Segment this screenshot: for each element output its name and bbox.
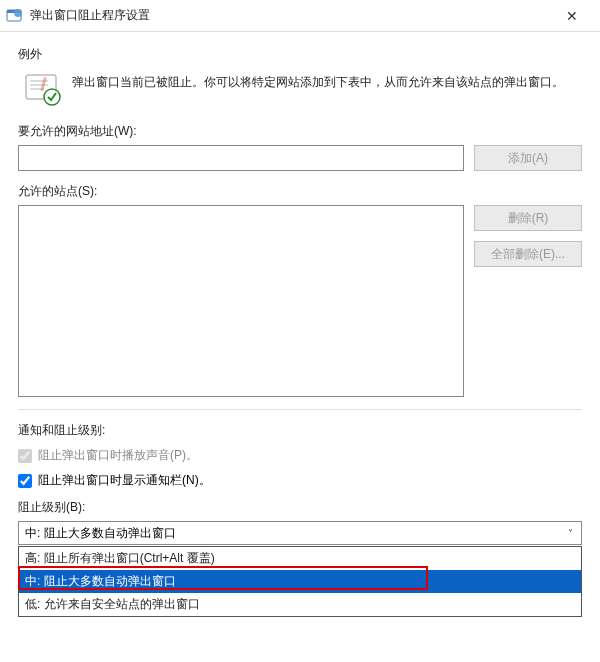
svg-point-2 — [14, 9, 22, 17]
block-level-label: 阻止级别(B): — [18, 499, 582, 516]
allowed-sites-row: 删除(R) 全部删除(E)... — [18, 205, 582, 397]
block-level-selected-value: 中: 阻止大多数自动弹出窗口 — [25, 525, 176, 542]
add-button[interactable]: 添加(A) — [474, 145, 582, 171]
block-level-dropdown: 高: 阻止所有弹出窗口(Ctrl+Alt 覆盖) 中: 阻止大多数自动弹出窗口 … — [18, 546, 582, 617]
block-level-field: 阻止级别(B): 中: 阻止大多数自动弹出窗口 高: 阻止所有弹出窗口(Ctrl… — [18, 499, 582, 617]
checkbox-play-sound-input[interactable] — [18, 449, 32, 463]
allowed-sites-listbox[interactable] — [18, 205, 464, 397]
titlebar: 弹出窗口阻止程序设置 ✕ — [0, 0, 600, 32]
dropdown-option-low[interactable]: 低: 允许来自安全站点的弹出窗口 — [19, 593, 581, 616]
close-button[interactable]: ✕ — [552, 2, 592, 30]
section-divider — [18, 409, 582, 410]
checkbox-show-notify-input[interactable] — [18, 474, 32, 488]
remove-all-button[interactable]: 全部删除(E)... — [474, 241, 582, 267]
dropdown-option-high[interactable]: 高: 阻止所有弹出窗口(Ctrl+Alt 覆盖) — [19, 547, 581, 570]
block-level-combobox[interactable]: 中: 阻止大多数自动弹出窗口 — [18, 521, 582, 545]
remove-button[interactable]: 删除(R) — [474, 205, 582, 231]
checkbox-play-sound[interactable]: 阻止弹出窗口时播放声音(P)。 — [18, 447, 582, 464]
info-icon — [24, 71, 62, 109]
address-row: 添加(A) — [18, 145, 582, 171]
checkbox-show-notify[interactable]: 阻止弹出窗口时显示通知栏(N)。 — [18, 472, 582, 489]
info-text: 弹出窗口当前已被阻止。你可以将特定网站添加到下表中，从而允许来自该站点的弹出窗口… — [72, 71, 564, 109]
list-button-column: 删除(R) 全部删除(E)... — [474, 205, 582, 267]
window-title: 弹出窗口阻止程序设置 — [30, 7, 150, 24]
content-area: 例外 弹出窗口当前已被阻止。你可以将特定网站添加到下表中，从而允许来自该站点的弹… — [0, 32, 600, 627]
address-input[interactable] — [18, 145, 464, 171]
titlebar-left: 弹出窗口阻止程序设置 — [6, 7, 150, 24]
allowed-sites-label: 允许的站点(S): — [18, 183, 582, 200]
checkbox-play-sound-label: 阻止弹出窗口时播放声音(P)。 — [38, 447, 198, 464]
address-label: 要允许的网站地址(W): — [18, 123, 582, 140]
dropdown-option-medium[interactable]: 中: 阻止大多数自动弹出窗口 — [19, 570, 581, 593]
info-row: 弹出窗口当前已被阻止。你可以将特定网站添加到下表中，从而允许来自该站点的弹出窗口… — [24, 71, 582, 109]
app-icon — [6, 8, 24, 24]
checkbox-show-notify-label: 阻止弹出窗口时显示通知栏(N)。 — [38, 472, 211, 489]
exceptions-section-label: 例外 — [18, 46, 582, 63]
notifications-section-label: 通知和阻止级别: — [18, 422, 582, 439]
close-icon: ✕ — [566, 8, 578, 24]
